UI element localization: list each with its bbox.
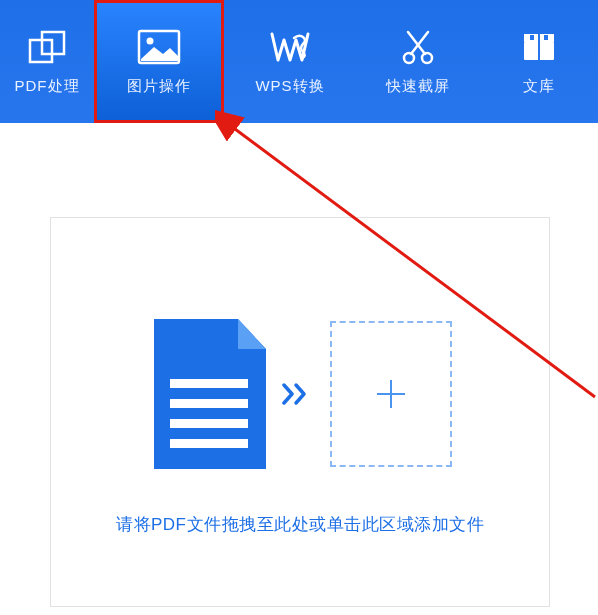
svg-point-5	[422, 53, 432, 63]
toolbar-label: PDF处理	[15, 77, 80, 96]
toolbar-label: WPS转换	[255, 77, 324, 96]
toolbar-item-wps[interactable]: WPS转换	[224, 0, 356, 123]
svg-rect-11	[530, 35, 534, 40]
svg-rect-16	[170, 439, 248, 448]
toolbar-item-screenshot[interactable]: 快速截屏	[356, 0, 480, 123]
toolbar-item-library[interactable]: 文库	[480, 0, 598, 123]
transfer-arrows-icon	[282, 381, 316, 407]
toolbar-label: 图片操作	[127, 77, 191, 96]
svg-rect-13	[170, 379, 248, 388]
toolbar-label: 文库	[523, 77, 555, 96]
library-icon	[521, 27, 557, 67]
svg-point-4	[404, 53, 414, 63]
plus-icon	[374, 377, 408, 411]
add-file-tile[interactable]	[330, 321, 452, 467]
toolbar-item-pdf[interactable]: PDF处理	[0, 0, 94, 123]
file-drop-area[interactable]: 请将PDF文件拖拽至此处或单击此区域添加文件	[50, 217, 550, 607]
svg-rect-14	[170, 399, 248, 408]
svg-point-3	[147, 38, 154, 45]
image-icon	[137, 27, 181, 67]
svg-rect-12	[544, 35, 548, 40]
drop-instruction-text: 请将PDF文件拖拽至此处或单击此区域添加文件	[116, 513, 484, 536]
pdf-document-icon	[148, 319, 268, 469]
toolbar-label: 快速截屏	[386, 77, 450, 96]
toolbar-item-image-ops[interactable]: 图片操作	[94, 0, 224, 123]
svg-rect-15	[170, 419, 248, 428]
overlap-icon	[28, 27, 66, 67]
svg-line-7	[408, 32, 425, 54]
wps-icon	[269, 27, 311, 67]
scissors-icon	[401, 27, 435, 67]
main-toolbar: PDF处理 图片操作 WPS转换	[0, 0, 598, 123]
svg-line-6	[411, 32, 428, 54]
drop-graphic-row	[148, 319, 452, 469]
